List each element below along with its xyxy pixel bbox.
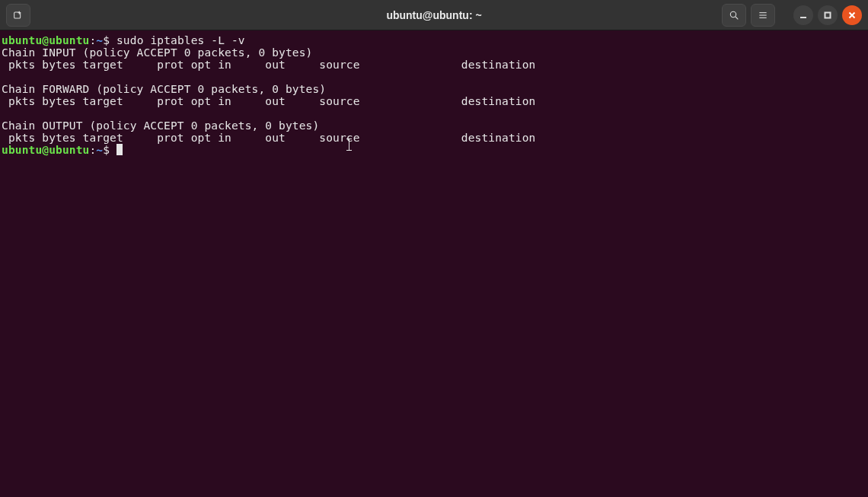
prompt-dollar-2: $: [103, 144, 110, 156]
close-icon: [848, 11, 856, 19]
titlebar-left: [6, 4, 30, 27]
prompt-dollar: $: [103, 34, 110, 46]
command-1: sudo iptables -L -v: [110, 34, 245, 46]
svg-line-4: [736, 17, 738, 19]
window-title: ubuntu@ubuntu: ~: [386, 9, 481, 21]
prompt-colon: :: [89, 34, 96, 46]
prompt-user-host: ubuntu@ubuntu: [2, 34, 89, 46]
titlebar: ubuntu@ubuntu: ~: [0, 0, 868, 30]
prompt-path: ~: [96, 34, 103, 46]
hamburger-menu-icon: [757, 9, 769, 21]
prompt-user-host-2: ubuntu@ubuntu: [2, 144, 89, 156]
out-columns-1: pkts bytes target prot opt in out source…: [2, 59, 536, 71]
out-columns-2: pkts bytes target prot opt in out source…: [2, 95, 536, 107]
block-cursor: [116, 144, 123, 155]
out-chain-forward: Chain FORWARD (policy ACCEPT 0 packets, …: [2, 83, 326, 95]
new-tab-button[interactable]: [6, 4, 30, 27]
new-tab-icon: [12, 9, 24, 21]
terminal-output[interactable]: ubuntu@ubuntu:~$ sudo iptables -L -v Cha…: [0, 30, 868, 160]
search-button[interactable]: [722, 4, 746, 27]
prompt-path-2: ~: [96, 144, 103, 156]
svg-point-3: [730, 11, 736, 17]
minimize-button[interactable]: [793, 5, 813, 25]
maximize-icon: [824, 11, 831, 19]
out-chain-input: Chain INPUT (policy ACCEPT 0 packets, 0 …: [2, 46, 312, 59]
menu-button[interactable]: [751, 4, 775, 27]
maximize-button[interactable]: [818, 5, 838, 25]
out-columns-3: pkts bytes target prot opt in out source…: [2, 132, 536, 144]
search-icon: [728, 9, 740, 21]
close-button[interactable]: [842, 5, 862, 25]
titlebar-right: [722, 4, 862, 27]
svg-rect-9: [825, 12, 831, 18]
out-chain-output: Chain OUTPUT (policy ACCEPT 0 packets, 0…: [2, 119, 319, 132]
prompt-colon-2: :: [89, 144, 96, 156]
minimize-icon: [799, 11, 807, 19]
